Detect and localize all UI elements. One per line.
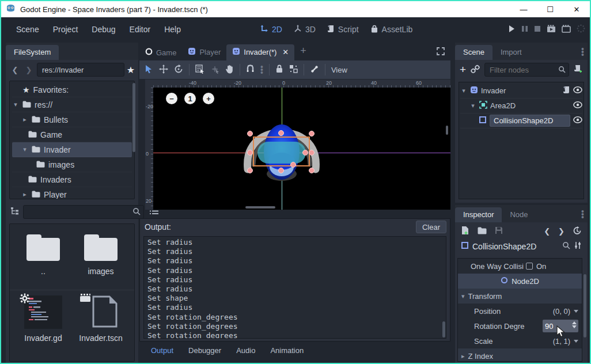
maximize-button[interactable]: ☐ (537, 1, 563, 17)
zoom-in-button[interactable]: + (203, 93, 214, 104)
spinbox-arrows-icon[interactable] (572, 321, 577, 328)
skeleton-bone-icon[interactable] (310, 65, 319, 75)
2d-viewport[interactable]: -40 -20 0 20 40 60 -20 0 20 (145, 79, 450, 210)
instance-scene-icon[interactable] (471, 65, 480, 75)
file-filter-input[interactable] (23, 205, 144, 219)
play-scene-button[interactable] (547, 25, 556, 35)
node-row-invader[interactable]: ▾ Invader (460, 84, 582, 98)
section-z-index[interactable]: ▸ Z Index (458, 348, 582, 362)
workspace-3d[interactable]: 3D (288, 21, 321, 38)
inspector-dock-menu-icon[interactable]: ••• (581, 210, 584, 219)
favorite-star-icon[interactable]: ★ (127, 65, 135, 75)
smart-snap-icon[interactable] (246, 65, 255, 75)
view-menu[interactable]: View (331, 66, 347, 74)
workspace-2d[interactable]: 2D (255, 21, 288, 38)
property-position[interactable]: Position (0, 0) (458, 304, 582, 318)
filesystem-tree-scrollbar[interactable] (132, 83, 135, 152)
split-mode-icon[interactable] (10, 207, 20, 218)
snap-options-icon[interactable]: ••• (260, 66, 263, 74)
list-select-tool-icon[interactable] (195, 65, 204, 75)
close-tab-icon[interactable]: ✕ (282, 48, 289, 56)
tab-inspector[interactable]: Inspector (455, 207, 502, 222)
file-item-parent[interactable]: .. (14, 234, 72, 276)
tab-output[interactable]: Output (151, 346, 173, 355)
output-log[interactable]: Set radius Set radius Set radius Set rad… (143, 236, 446, 339)
tab-audio[interactable]: Audio (236, 346, 255, 355)
tree-item-favorites[interactable]: ★ Favorites: (12, 82, 132, 97)
expand-viewport-icon[interactable] (437, 47, 445, 57)
file-item-invader-gd[interactable]: Invader.gd (14, 295, 72, 343)
clear-output-button[interactable]: Clear (416, 221, 446, 233)
visibility-eye-icon[interactable] (573, 101, 582, 110)
workspace-script[interactable]: Script (321, 21, 365, 38)
pause-button[interactable] (521, 25, 528, 34)
scene-tab-invader[interactable]: Invader(*) ✕ (226, 44, 294, 60)
menu-debug[interactable]: Debug (85, 21, 122, 37)
visibility-eye-icon[interactable] (573, 86, 582, 95)
menu-help[interactable]: Help (157, 21, 188, 37)
scene-dock-menu-icon[interactable]: ••• (581, 48, 584, 56)
play-custom-scene-button[interactable] (562, 25, 571, 35)
tree-item-game[interactable]: Game (12, 127, 132, 142)
history-forward-icon[interactable]: ❯ (23, 66, 35, 74)
filter-nodes-input[interactable] (484, 63, 569, 77)
one-way-checkbox[interactable] (526, 263, 533, 270)
inspector-tools-icon[interactable] (574, 241, 582, 251)
new-resource-icon[interactable] (461, 226, 469, 237)
tree-item-res[interactable]: ▾ res:// (12, 97, 132, 112)
play-button[interactable] (507, 25, 516, 35)
object-history-icon[interactable] (573, 226, 582, 237)
expand-position-icon[interactable] (574, 310, 578, 313)
tab-animation[interactable]: Animation (270, 346, 304, 355)
tab-node[interactable]: Node (502, 207, 536, 222)
file-item-invader-tscn[interactable]: Invader.tscn (72, 295, 130, 343)
minimize-button[interactable]: — (510, 1, 537, 17)
output-scrollbar[interactable] (442, 321, 445, 338)
expand-scale-icon[interactable] (574, 340, 578, 343)
tree-item-bullets[interactable]: ▸ Bullets (12, 112, 132, 127)
load-resource-folder-icon[interactable] (478, 227, 487, 236)
history-back-icon[interactable]: ❮ (9, 66, 21, 74)
node-row-area2d[interactable]: ▾ Area2D (460, 98, 582, 113)
tree-item-player[interactable]: ▸ Player (12, 187, 132, 199)
workspace-assetlib[interactable]: AssetLib (365, 21, 419, 38)
new-scene-tab-button[interactable]: + (294, 44, 312, 60)
pan-tool-icon[interactable] (225, 65, 234, 75)
select-tool-icon[interactable] (144, 65, 153, 75)
menu-editor[interactable]: Editor (123, 21, 158, 37)
rotate-tool-icon[interactable] (174, 65, 183, 75)
section-transform[interactable]: ▾ Transform (458, 289, 582, 304)
tree-item-images[interactable]: images (12, 157, 132, 172)
pivot-tool-icon[interactable] (210, 65, 219, 75)
canvas-area[interactable]: − 1 + (153, 88, 450, 210)
path-breadcrumb[interactable]: res://Invader (37, 63, 124, 77)
property-one-way-collision[interactable]: One Way Collisi On (458, 259, 582, 274)
tab-filesystem[interactable]: FileSystem (6, 45, 59, 60)
tab-scene[interactable]: Scene (455, 45, 493, 60)
zoom-reset-button[interactable]: 1 (184, 93, 196, 104)
tree-item-invader[interactable]: ▾ Invader (12, 142, 132, 157)
category-node2d[interactable]: Node2D (458, 274, 582, 289)
search-properties-icon[interactable] (562, 241, 570, 251)
inspector-scrollbar[interactable] (584, 274, 586, 338)
zoom-out-button[interactable]: − (166, 93, 177, 104)
script-attached-icon[interactable] (563, 86, 570, 96)
scene-tab-player[interactable]: Player (182, 44, 226, 60)
close-button[interactable]: ✕ (563, 1, 590, 17)
history-prev-icon[interactable]: ❮ (544, 227, 550, 236)
tab-import[interactable]: Import (493, 45, 530, 60)
attach-script-icon[interactable] (574, 65, 583, 75)
tree-item-invaders[interactable]: Invaders (12, 172, 132, 187)
lock-object-icon[interactable] (275, 65, 283, 75)
move-tool-icon[interactable] (159, 65, 168, 75)
menu-scene[interactable]: Scene (9, 21, 46, 37)
scene-tab-game[interactable]: Game (139, 45, 182, 60)
add-node-button[interactable]: + (460, 66, 466, 74)
node-row-collisionshape2d[interactable]: CollisionShape2D (460, 113, 582, 128)
file-item-images[interactable]: images (72, 234, 130, 276)
group-object-icon[interactable] (289, 65, 298, 75)
history-next-icon[interactable]: ❯ (558, 227, 565, 236)
tab-debugger[interactable]: Debugger (188, 346, 221, 355)
menu-project[interactable]: Project (46, 21, 85, 37)
visibility-eye-icon[interactable] (573, 116, 582, 125)
